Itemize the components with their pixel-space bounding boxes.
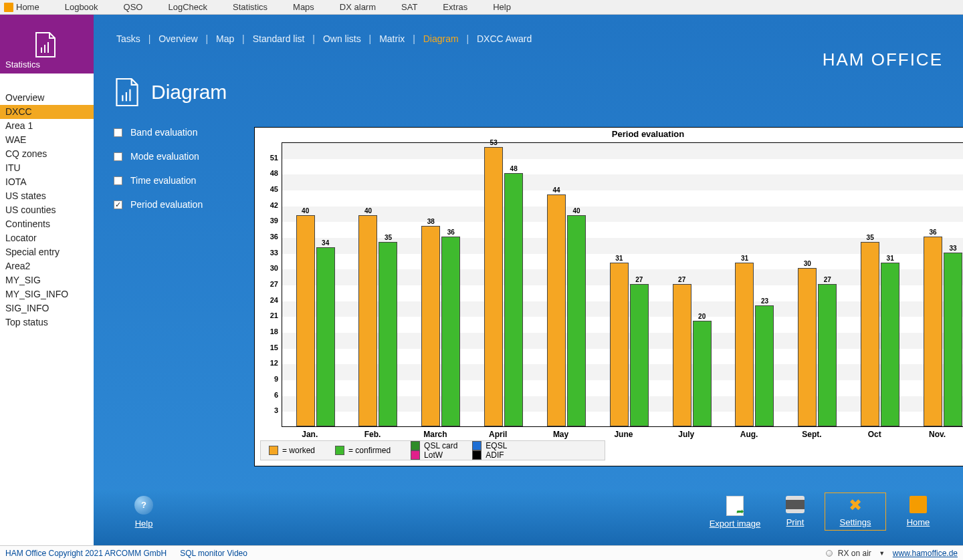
- check-mode-evaluation[interactable]: Mode evaluation: [114, 151, 203, 162]
- bar-confirmed-Aug.: 23: [755, 305, 774, 426]
- help-icon: ?: [134, 496, 153, 515]
- tab-overview[interactable]: Overview: [156, 33, 200, 44]
- x-label-Aug.: Aug.: [740, 430, 758, 439]
- export-image-icon: ➦: [726, 496, 744, 516]
- tab-map[interactable]: Map: [213, 33, 237, 44]
- sidebar-item-itu[interactable]: ITU: [0, 161, 94, 175]
- legend-worked: = worked: [269, 446, 315, 455]
- bar-confirmed-April: 48: [504, 173, 523, 426]
- bar-confirmed-Sept.: 27: [818, 284, 837, 426]
- sidebar-item-special-entry[interactable]: Special entry: [0, 245, 94, 259]
- home-icon: [4, 3, 13, 12]
- menu-help[interactable]: Help: [493, 2, 511, 12]
- sidebar-item-top-status[interactable]: Top status: [0, 315, 94, 329]
- sidebar-item-dxcc[interactable]: DXCC: [0, 105, 94, 119]
- y-tick: 6: [274, 391, 282, 399]
- x-label-April: April: [489, 430, 507, 439]
- sidebar-item-wae[interactable]: WAE: [0, 133, 94, 147]
- footer-home-button[interactable]: Home: [888, 496, 948, 527]
- bar-confirmed-March: 36: [441, 237, 460, 426]
- bar-worked-March: 38: [421, 226, 440, 426]
- bar-worked-Aug.: 31: [735, 263, 754, 426]
- menu-logcheck[interactable]: LogCheck: [168, 2, 207, 12]
- menubar: Home Logbook QSO LogCheck Statistics Map…: [0, 0, 963, 15]
- sidebar-item-us-counties[interactable]: US counties: [0, 203, 94, 217]
- bar-confirmed-May: 40: [567, 215, 586, 426]
- tab-matrix[interactable]: Matrix: [377, 33, 407, 44]
- y-tick: 36: [270, 233, 282, 241]
- bar-worked-April: 53: [484, 147, 503, 426]
- footer-settings-button[interactable]: ✖ Settings: [825, 493, 885, 530]
- sidebar-item-area2[interactable]: Area2: [0, 259, 94, 273]
- dropdown-icon[interactable]: ▼: [877, 550, 887, 557]
- x-label-Nov.: Nov.: [929, 430, 946, 439]
- status-center[interactable]: SQL monitor Video: [180, 549, 247, 558]
- evaluation-checks: Band evaluationMode evaluationTime evalu…: [114, 127, 203, 223]
- bar-confirmed-June: 27: [630, 284, 649, 426]
- x-label-March: March: [423, 430, 447, 439]
- check-band-evaluation[interactable]: Band evaluation: [114, 127, 203, 138]
- chart-legend: = worked = confirmed QSL card LotW EQSL …: [260, 440, 605, 460]
- home-icon: [909, 496, 927, 513]
- menu-sat[interactable]: SAT: [401, 2, 417, 12]
- sidebar-item-area-1[interactable]: Area 1: [0, 119, 94, 133]
- check-label: Time evaluation: [130, 175, 196, 186]
- settings-icon: ✖: [846, 496, 865, 515]
- bar-worked-Sept.: 30: [798, 268, 817, 426]
- y-tick: 27: [270, 280, 282, 288]
- chart-plot: 3691215182124273033363942454851403440353…: [282, 142, 963, 427]
- sidebar-item-my-sig[interactable]: MY_SIG: [0, 273, 94, 287]
- checkbox-icon: [114, 152, 122, 161]
- check-label: Mode evaluation: [130, 151, 199, 162]
- sidebar-item-continents[interactable]: Continents: [0, 217, 94, 231]
- y-tick: 9: [274, 375, 282, 383]
- y-tick: 39: [270, 217, 282, 225]
- printer-icon: [786, 496, 805, 513]
- check-period-evaluation[interactable]: ✓Period evaluation: [114, 199, 203, 210]
- menu-maps[interactable]: Maps: [293, 2, 314, 12]
- statusbar: HAM Office Copyright 2021 ARCOMM GmbH SQ…: [0, 545, 963, 560]
- sidebar-item-iota[interactable]: IOTA: [0, 175, 94, 189]
- y-tick: 18: [270, 327, 282, 335]
- sidebar-title: Statistics: [5, 59, 40, 69]
- checkbox-icon: [114, 176, 122, 185]
- y-tick: 12: [270, 359, 282, 367]
- menu-qso[interactable]: QSO: [124, 2, 143, 12]
- sidebar-item-locator[interactable]: Locator: [0, 231, 94, 245]
- tab-diagram[interactable]: Diagram: [421, 33, 461, 44]
- footer-print-button[interactable]: Print: [765, 496, 825, 527]
- menu-dxalarm[interactable]: DX alarm: [340, 2, 376, 12]
- tab-dxcc-award[interactable]: DXCC Award: [474, 33, 534, 44]
- main-area: Tasks | Overview | Map | Standard list |…: [94, 15, 963, 545]
- tab-own-lists[interactable]: Own lists: [320, 33, 364, 44]
- tab-tasks[interactable]: Tasks: [114, 33, 143, 44]
- y-tick: 24: [270, 296, 282, 304]
- sidebar-item-cq-zones[interactable]: CQ zones: [0, 147, 94, 161]
- x-label-Jan.: Jan.: [302, 430, 318, 439]
- y-tick: 42: [270, 201, 282, 209]
- menu-statistics[interactable]: Statistics: [233, 2, 268, 12]
- tab-standard-list[interactable]: Standard list: [250, 33, 308, 44]
- sidebar-item-sig-info[interactable]: SIG_INFO: [0, 301, 94, 315]
- y-tick: 51: [270, 154, 282, 162]
- chart-box: Period evaluation 3691215182124273033363…: [254, 127, 963, 466]
- diagram-page-icon: [114, 76, 140, 108]
- menu-extras[interactable]: Extras: [443, 2, 467, 12]
- sidebar-item-overview[interactable]: Overview: [0, 91, 94, 105]
- breadcrumb-tabs: Tasks | Overview | Map | Standard list |…: [114, 33, 534, 44]
- bar-worked-July: 27: [673, 284, 691, 426]
- menu-home[interactable]: Home: [16, 2, 39, 12]
- x-label-Oct: Oct: [868, 430, 881, 439]
- status-url[interactable]: www.hamoffice.de: [893, 549, 958, 558]
- menu-logbook[interactable]: Logbook: [65, 2, 98, 12]
- sidebar-item-us-states[interactable]: US states: [0, 189, 94, 203]
- sidebar-item-my-sig-info[interactable]: MY_SIG_INFO: [0, 287, 94, 301]
- sidebar: Statistics OverviewDXCCArea 1WAECQ zones…: [0, 15, 94, 545]
- x-label-Feb.: Feb.: [364, 430, 381, 439]
- y-tick: 48: [270, 169, 282, 177]
- checkbox-icon: ✓: [114, 200, 122, 209]
- footer-export-button[interactable]: ➦ Export image: [705, 496, 765, 529]
- footer-help-button[interactable]: ? Help: [114, 496, 174, 529]
- check-time-evaluation[interactable]: Time evaluation: [114, 175, 203, 186]
- y-tick: 45: [270, 185, 282, 193]
